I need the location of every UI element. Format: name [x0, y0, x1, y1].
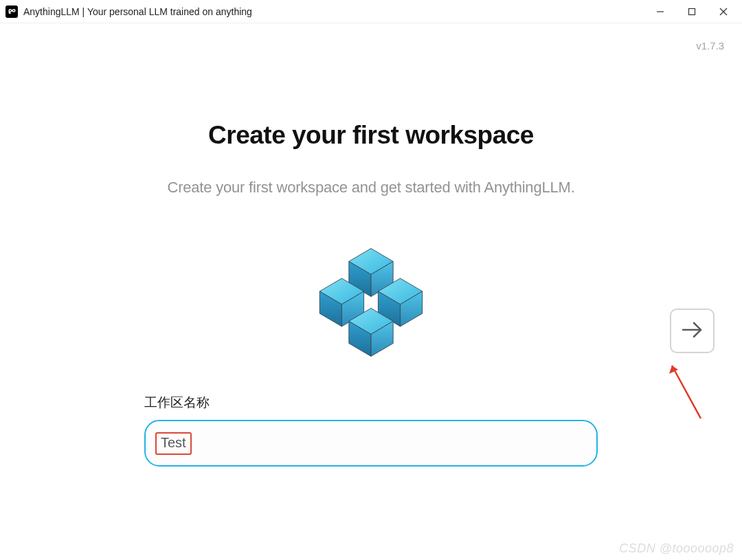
onboarding-heading: Create your first workspace	[208, 121, 534, 150]
onboarding-subheading: Create your first workspace and get star…	[167, 179, 574, 197]
window-controls	[644, 1, 739, 22]
input-highlight-annotation: Test	[155, 432, 192, 455]
workspace-name-label: 工作区名称	[144, 394, 598, 412]
maximize-button[interactable]	[676, 1, 708, 22]
window-title: AnythingLLM | Your personal LLM trained …	[23, 6, 252, 17]
watermark-text: CSDN @toooooop8	[619, 541, 734, 556]
workspace-illustration	[306, 243, 436, 363]
workspace-name-group: 工作区名称 Test	[144, 394, 598, 467]
workspace-name-value: Test	[161, 435, 186, 450]
titlebar-left: AnythingLLM | Your personal LLM trained …	[5, 5, 252, 18]
onboarding-panel: Create your first workspace Create your …	[0, 23, 742, 467]
minimize-button[interactable]	[644, 1, 676, 22]
app-icon	[5, 5, 18, 18]
window-titlebar: AnythingLLM | Your personal LLM trained …	[0, 0, 742, 23]
version-label: v1.7.3	[696, 40, 724, 52]
close-button[interactable]	[708, 1, 739, 22]
arrow-right-icon	[681, 320, 704, 342]
next-button[interactable]	[670, 309, 715, 353]
svg-rect-1	[689, 8, 695, 14]
workspace-name-input[interactable]: Test	[144, 420, 598, 467]
content-area: v1.7.3 Create your first workspace Creat…	[0, 23, 742, 560]
